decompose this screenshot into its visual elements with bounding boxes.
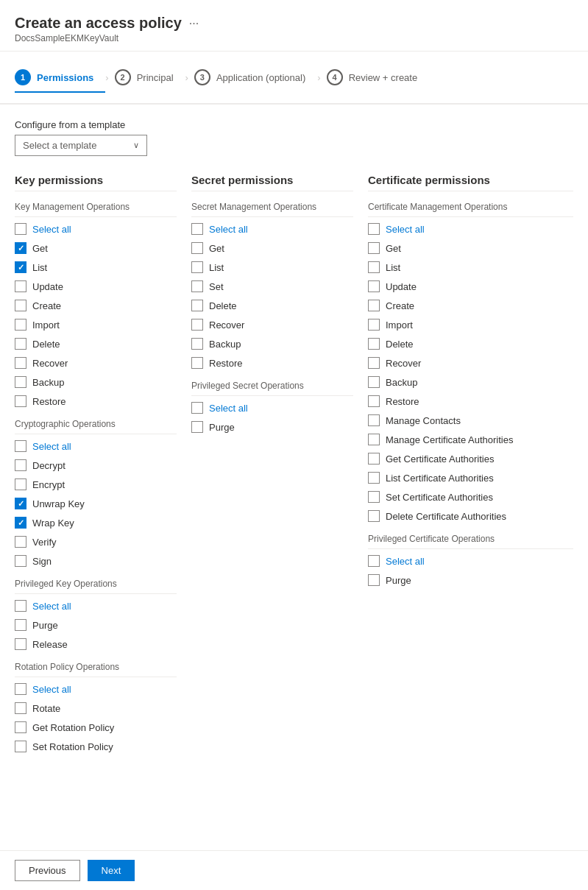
checkbox-cert-purge[interactable]: [368, 574, 380, 586]
checkbox-cert-list[interactable]: [368, 261, 380, 273]
secret-recover-label[interactable]: Recover: [209, 319, 244, 331]
step-permissions[interactable]: 1 Permissions: [15, 63, 105, 93]
secret-purge-label[interactable]: Purge: [209, 422, 235, 433]
get-rotation-policy-label[interactable]: Get Rotation Policy: [32, 722, 114, 733]
key-import-label[interactable]: Import: [32, 319, 60, 331]
wrap-key-label[interactable]: Wrap Key: [32, 518, 74, 529]
step-review[interactable]: 4 Review + create: [327, 63, 430, 91]
checkbox-cert-get[interactable]: [368, 242, 380, 254]
checkbox-key-restore[interactable]: [15, 395, 26, 407]
checkbox-set-rotation-policy[interactable]: [15, 741, 26, 752]
checkbox-crypto-select-all[interactable]: [15, 440, 26, 452]
checkbox-rotate[interactable]: [15, 702, 26, 714]
secret-delete-label[interactable]: Delete: [209, 300, 237, 311]
checkbox-key-create[interactable]: [15, 300, 26, 311]
secret-select-all-label[interactable]: Select all: [209, 224, 248, 235]
step-principal[interactable]: 2 Principal: [115, 63, 185, 91]
more-options-button[interactable]: ···: [189, 17, 199, 30]
checkbox-secret-backup[interactable]: [191, 338, 203, 350]
cert-backup-label[interactable]: Backup: [386, 377, 417, 388]
cert-recover-label[interactable]: Recover: [386, 358, 421, 369]
cert-update-label[interactable]: Update: [386, 281, 417, 292]
checkbox-secret-select-all[interactable]: [191, 223, 203, 235]
cert-delete-ca-label[interactable]: Delete Certificate Authorities: [386, 511, 506, 522]
checkbox-secret-delete[interactable]: [191, 300, 203, 311]
checkbox-secret-list[interactable]: [191, 261, 203, 273]
secret-list-label[interactable]: List: [209, 262, 224, 273]
checkbox-secret-set[interactable]: [191, 280, 203, 292]
checkbox-cert-update[interactable]: [368, 280, 380, 292]
checkbox-secret-get[interactable]: [191, 242, 203, 254]
checkbox-cert-get-ca[interactable]: [368, 453, 380, 465]
privsecret-select-all-label[interactable]: Select all: [209, 403, 248, 414]
checkbox-key-recover[interactable]: [15, 357, 26, 369]
checkbox-cert-backup[interactable]: [368, 376, 380, 388]
checkbox-verify[interactable]: [15, 536, 26, 548]
set-rotation-policy-label[interactable]: Set Rotation Policy: [32, 741, 113, 752]
checkbox-key-select-all[interactable]: [15, 223, 26, 235]
checkbox-secret-recover[interactable]: [191, 319, 203, 331]
privcert-select-all-label[interactable]: Select all: [386, 556, 425, 567]
cert-get-label[interactable]: Get: [386, 243, 401, 254]
privkey-select-all-label[interactable]: Select all: [32, 601, 71, 612]
key-get-label[interactable]: Get: [32, 243, 48, 254]
checkbox-key-get[interactable]: [15, 242, 26, 254]
cert-get-ca-label[interactable]: Get Certificate Authorities: [386, 453, 494, 465]
secret-get-label[interactable]: Get: [209, 243, 224, 254]
checkbox-sign[interactable]: [15, 555, 26, 567]
key-purge-label[interactable]: Purge: [32, 620, 58, 631]
checkbox-cert-restore[interactable]: [368, 395, 380, 407]
secret-backup-label[interactable]: Backup: [209, 339, 241, 350]
checkbox-cert-list-ca[interactable]: [368, 472, 380, 484]
checkbox-cert-select-all[interactable]: [368, 223, 380, 235]
key-update-label[interactable]: Update: [32, 281, 63, 292]
next-button[interactable]: Next: [88, 860, 135, 881]
previous-button[interactable]: Previous: [15, 860, 80, 881]
decrypt-label[interactable]: Decrypt: [32, 460, 65, 471]
unwrap-key-label[interactable]: Unwrap Key: [32, 498, 85, 509]
checkbox-privcert-select-all[interactable]: [368, 555, 380, 567]
cert-create-label[interactable]: Create: [386, 300, 414, 311]
checkbox-key-purge[interactable]: [15, 619, 26, 631]
cert-list-label[interactable]: List: [386, 262, 400, 273]
cert-purge-label[interactable]: Purge: [386, 575, 411, 586]
checkbox-secret-purge[interactable]: [191, 421, 203, 433]
verify-label[interactable]: Verify: [32, 537, 57, 548]
cert-manage-ca-label[interactable]: Manage Certificate Authorities: [386, 434, 513, 445]
checkbox-cert-import[interactable]: [368, 319, 380, 331]
checkbox-cert-manage-ca[interactable]: [368, 434, 380, 445]
checkbox-key-release[interactable]: [15, 638, 26, 650]
cert-import-label[interactable]: Import: [386, 319, 413, 331]
checkbox-key-list[interactable]: [15, 261, 26, 273]
checkbox-key-import[interactable]: [15, 319, 26, 331]
cert-manage-contacts-label[interactable]: Manage Contacts: [386, 415, 461, 426]
checkbox-wrap-key[interactable]: [15, 517, 26, 529]
cert-restore-label[interactable]: Restore: [386, 396, 419, 407]
checkbox-cert-recover[interactable]: [368, 357, 380, 369]
cert-list-ca-label[interactable]: List Certificate Authorities: [386, 473, 494, 484]
rotation-select-all-label[interactable]: Select all: [32, 684, 71, 695]
template-dropdown[interactable]: Select a template ∨: [15, 135, 147, 156]
checkbox-secret-restore[interactable]: [191, 357, 203, 369]
checkbox-rotation-select-all[interactable]: [15, 683, 26, 695]
key-create-label[interactable]: Create: [32, 300, 61, 311]
step-application[interactable]: 3 Application (optional): [194, 63, 317, 91]
checkbox-cert-manage-contacts[interactable]: [368, 414, 380, 426]
cert-select-all-label[interactable]: Select all: [386, 224, 425, 235]
checkbox-encrypt[interactable]: [15, 478, 26, 490]
secret-restore-label[interactable]: Restore: [209, 358, 243, 369]
checkbox-key-backup[interactable]: [15, 376, 26, 388]
sign-label[interactable]: Sign: [32, 556, 52, 567]
checkbox-unwrap-key[interactable]: [15, 498, 26, 509]
cert-delete-label[interactable]: Delete: [386, 339, 414, 350]
key-select-all-label[interactable]: Select all: [32, 224, 71, 235]
crypto-select-all-label[interactable]: Select all: [32, 441, 71, 452]
checkbox-cert-delete-ca[interactable]: [368, 510, 380, 522]
key-list-label[interactable]: List: [32, 262, 47, 273]
checkbox-decrypt[interactable]: [15, 459, 26, 471]
checkbox-cert-delete[interactable]: [368, 338, 380, 350]
checkbox-cert-set-ca[interactable]: [368, 491, 380, 503]
key-recover-label[interactable]: Recover: [32, 358, 68, 369]
checkbox-privsecret-select-all[interactable]: [191, 402, 203, 414]
checkbox-key-update[interactable]: [15, 280, 26, 292]
